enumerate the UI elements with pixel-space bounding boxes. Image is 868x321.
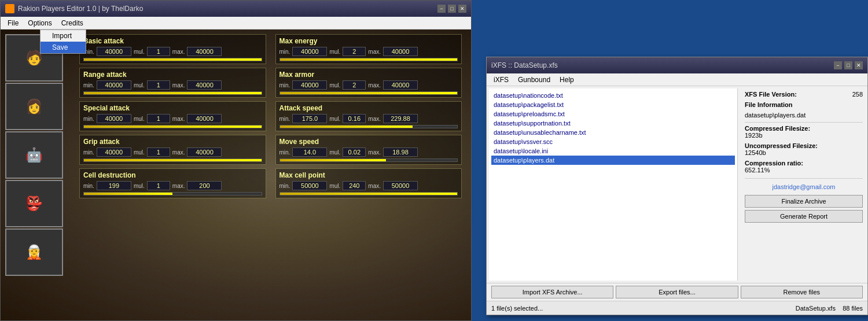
grip-attack-max-label: max. — [172, 149, 185, 156]
file-item-6[interactable]: datasetup\locale.ini — [491, 146, 735, 156]
file-item-5[interactable]: datasetup\vssver.scc — [491, 137, 735, 146]
max-cell-point-min-input[interactable] — [292, 181, 327, 190]
max-armor-max-input[interactable] — [383, 80, 418, 90]
cell-destruction-max-input[interactable] — [187, 181, 222, 190]
avatar-5[interactable]: 🧝 — [5, 228, 63, 276]
basic-attack-max-input[interactable] — [187, 47, 222, 56]
import-xfs-button[interactable]: Import XFS Archive... — [491, 286, 613, 298]
grip-attack-min-input[interactable] — [97, 147, 131, 157]
special-attack-progress — [83, 125, 262, 128]
main-title-bar: Rakion Players Editor 1.0 | by ThelDarko… — [1, 1, 471, 17]
file-item-1[interactable]: datasetup\packagelist.txt — [491, 100, 735, 109]
uncompressed-size-label: Uncompressed Filesize: — [745, 142, 863, 149]
menu-options[interactable]: Options — [23, 18, 56, 28]
special-attack-mul-label: mul. — [134, 116, 145, 122]
max-armor-mul-input[interactable] — [343, 80, 366, 90]
cell-destruction-max-label: max. — [172, 183, 185, 189]
ixfs-menu-help[interactable]: Help — [555, 75, 579, 85]
export-files-button[interactable]: Export files... — [616, 286, 738, 298]
file-item-3[interactable]: datasetup\supportnation.txt — [491, 119, 735, 128]
file-item-7[interactable]: datasetup\players.dat — [491, 156, 735, 165]
move-speed-max-label: max. — [368, 149, 381, 156]
max-energy-min-input[interactable] — [292, 47, 327, 56]
max-armor-min-input[interactable] — [292, 80, 327, 90]
remove-files-button[interactable]: Remove files — [741, 286, 863, 298]
email-link[interactable]: jdastridge@gmail.com — [773, 183, 836, 190]
xfs-version-value: 258 — [852, 91, 863, 98]
maximize-button[interactable]: □ — [448, 5, 456, 13]
avatar-3-image: 🤖 — [6, 132, 62, 178]
ixfs-menu-ixfs[interactable]: iXFS — [489, 75, 513, 85]
attack-speed-min-input[interactable] — [292, 114, 327, 123]
stat-basic-attack-inputs: min. mul. max. — [83, 47, 262, 56]
basic-attack-min-input[interactable] — [97, 47, 131, 56]
range-attack-mul-input[interactable] — [147, 80, 170, 90]
range-attack-min-input[interactable] — [97, 80, 131, 90]
basic-attack-max-label: max. — [172, 49, 185, 55]
special-attack-max-input[interactable] — [187, 114, 222, 123]
grip-attack-max-input[interactable] — [187, 147, 222, 157]
range-attack-progress — [83, 91, 262, 95]
cell-destruction-progress — [83, 192, 262, 195]
main-window: Rakion Players Editor 1.0 | by ThelDarko… — [0, 0, 472, 321]
max-cell-point-max-input[interactable] — [383, 181, 418, 190]
cell-destruction-mul-input[interactable] — [147, 181, 170, 190]
ixfs-minimize-button[interactable]: − — [834, 61, 842, 69]
range-attack-max-input[interactable] — [187, 80, 222, 90]
menu-credits[interactable]: Credits — [57, 18, 88, 28]
attack-speed-max-label: max. — [368, 116, 381, 122]
max-energy-progress-fill — [280, 58, 458, 61]
grip-attack-mul-input[interactable] — [147, 147, 170, 157]
avatar-2[interactable]: 👩 — [5, 83, 63, 130]
basic-attack-mul-input[interactable] — [147, 47, 170, 56]
max-armor-progress — [279, 91, 458, 95]
cell-destruction-min-input[interactable] — [97, 181, 131, 190]
max-armor-progress-fill — [280, 92, 458, 94]
max-armor-min-label: min. — [279, 82, 290, 88]
max-energy-max-input[interactable] — [383, 47, 418, 56]
file-item-2[interactable]: datasetup\preloadsmc.txt — [491, 109, 735, 119]
menu-file[interactable]: File — [3, 18, 23, 28]
file-item-0[interactable]: datasetup\nationcode.txt — [491, 91, 735, 100]
avatar-4[interactable]: 👺 — [5, 180, 63, 227]
options-dropdown: Import Save — [40, 29, 86, 54]
ixfs-bottom-bar: 1 file(s) selected... DataSetup.xfs 88 f… — [487, 301, 867, 315]
basic-attack-mul-label: mul. — [134, 49, 145, 55]
max-energy-progress — [279, 58, 458, 61]
max-cell-point-mul-input[interactable] — [343, 181, 366, 190]
max-armor-max-label: max. — [368, 82, 381, 88]
bottom-bar-right: DataSetup.xfs 88 files — [796, 305, 863, 312]
stat-cell-destruction: Cell destruction min. mul. max. — [79, 168, 266, 198]
file-list-panel[interactable]: datasetup\nationcode.txt datasetup\packa… — [489, 88, 738, 281]
attack-speed-mul-input[interactable] — [343, 114, 366, 123]
special-attack-progress-fill — [84, 126, 262, 128]
attack-speed-max-input[interactable] — [383, 114, 418, 123]
special-attack-min-input[interactable] — [97, 114, 131, 123]
ixfs-action-bar: Import XFS Archive... Export files... Re… — [487, 283, 867, 301]
max-cell-point-progress-fill — [280, 193, 458, 195]
basic-attack-progress-fill — [84, 58, 262, 61]
move-speed-mul-input[interactable] — [343, 147, 366, 157]
stat-range-attack-label: Range attack — [83, 71, 262, 79]
move-speed-max-input[interactable] — [383, 147, 418, 157]
file-item-4[interactable]: datasetup\unusablecharname.txt — [491, 128, 735, 137]
uncompressed-size-row: Uncompressed Filesize: 12540b — [745, 142, 863, 156]
dropdown-save[interactable]: Save — [41, 42, 86, 53]
special-attack-mul-input[interactable] — [147, 114, 170, 123]
dropdown-import[interactable]: Import — [41, 30, 86, 42]
stat-max-armor: Max armor min. mul. max. — [275, 68, 462, 98]
file-info-header-row: File Information — [745, 101, 863, 108]
ixfs-close-button[interactable]: ✕ — [855, 61, 863, 69]
finalize-archive-button[interactable]: Finalize Archive — [745, 195, 863, 208]
minimize-button[interactable]: − — [437, 5, 446, 13]
avatar-3[interactable]: 🤖 — [5, 131, 63, 179]
stat-move-speed-label: Move speed — [279, 138, 458, 146]
close-button[interactable]: ✕ — [458, 5, 466, 13]
ixfs-menu-gunbound[interactable]: Gunbound — [513, 75, 555, 85]
special-attack-min-label: min. — [83, 116, 94, 122]
max-energy-mul-input[interactable] — [343, 47, 366, 56]
file-info-header-label: File Information — [745, 101, 793, 108]
move-speed-min-input[interactable] — [292, 147, 327, 157]
ixfs-maximize-button[interactable]: □ — [844, 61, 852, 69]
generate-report-button[interactable]: Generate Report — [745, 210, 863, 223]
